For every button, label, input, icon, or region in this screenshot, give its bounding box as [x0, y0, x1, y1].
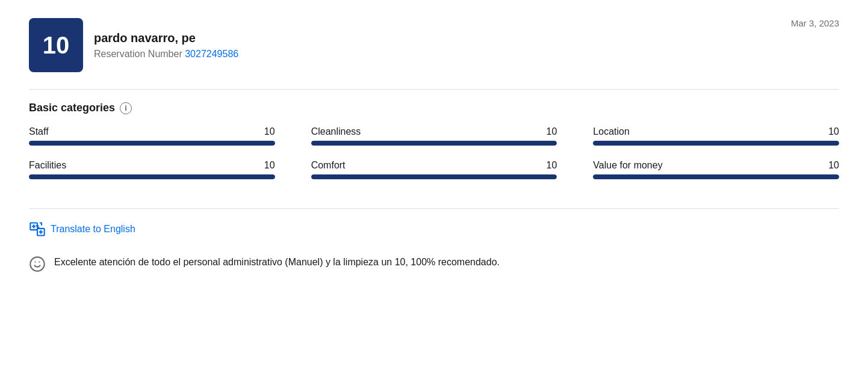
- categories-grid: Staff 10 Cleanliness 10: [29, 126, 839, 194]
- categories-title: Basic categories i: [29, 102, 839, 114]
- category-value-label: Value for money: [593, 160, 662, 171]
- reviewer-name: pardo navarro, pe: [94, 31, 238, 45]
- category-facilities-bar-fill: [29, 174, 275, 179]
- category-comfort-score: 10: [547, 160, 557, 171]
- category-comfort-bar-bg: [311, 174, 557, 179]
- category-facilities-bar-bg: [29, 174, 275, 179]
- category-location-bar-fill: [593, 141, 839, 146]
- category-cleanliness: Cleanliness 10: [311, 126, 557, 146]
- score-value: 10: [43, 32, 70, 59]
- reservation-line: Reservation Number 3027249586: [94, 49, 238, 60]
- translate-label: Translate to English: [51, 224, 135, 235]
- reservation-label: Reservation Number: [94, 49, 182, 59]
- category-facilities-row: Facilities 10: [29, 160, 275, 171]
- category-staff-row: Staff 10: [29, 126, 275, 137]
- category-location-row: Location 10: [593, 126, 839, 137]
- categories-title-text: Basic categories: [29, 102, 115, 114]
- categories-section: Basic categories i Staff 10 Cleanliness …: [29, 102, 839, 194]
- category-value: Value for money 10: [593, 160, 839, 179]
- review-comment: Excelente atención de todo el personal a…: [29, 254, 839, 272]
- category-comfort-bar-fill: [311, 174, 557, 179]
- category-comfort-label: Comfort: [311, 160, 346, 171]
- reviewer-info: pardo navarro, pe Reservation Number 302…: [94, 31, 238, 60]
- divider-top: [29, 89, 839, 90]
- category-location-bar-bg: [593, 141, 839, 146]
- score-badge: 10: [29, 18, 83, 72]
- category-staff: Staff 10: [29, 126, 275, 146]
- category-cleanliness-label: Cleanliness: [311, 126, 361, 137]
- category-staff-bar-fill: [29, 141, 275, 146]
- review-header: 10 pardo navarro, pe Reservation Number …: [29, 18, 839, 72]
- category-location-label: Location: [593, 126, 630, 137]
- category-cleanliness-score: 10: [547, 126, 557, 137]
- review-card: 10 pardo navarro, pe Reservation Number …: [29, 18, 839, 272]
- translate-button[interactable]: Translate to English: [29, 221, 135, 238]
- reviewer-left: 10 pardo navarro, pe Reservation Number …: [29, 18, 238, 72]
- category-location-score: 10: [828, 126, 839, 137]
- category-cleanliness-bar-fill: [311, 141, 557, 146]
- category-value-score: 10: [828, 160, 839, 171]
- reservation-number: 3027249586: [185, 49, 238, 59]
- category-value-bar-fill: [593, 174, 839, 179]
- comment-text: Excelente atención de todo el personal a…: [54, 254, 500, 270]
- info-icon[interactable]: i: [120, 102, 132, 114]
- category-location: Location 10: [593, 126, 839, 146]
- translate-section: Translate to English: [29, 221, 839, 240]
- category-staff-bar-bg: [29, 141, 275, 146]
- svg-point-2: [30, 257, 44, 271]
- category-facilities-label: Facilities: [29, 160, 66, 171]
- category-value-row: Value for money 10: [593, 160, 839, 171]
- translate-icon: [29, 221, 46, 238]
- category-staff-score: 10: [264, 126, 275, 137]
- category-cleanliness-row: Cleanliness 10: [311, 126, 557, 137]
- divider-bottom: [29, 208, 839, 209]
- category-value-bar-bg: [593, 174, 839, 179]
- category-cleanliness-bar-bg: [311, 141, 557, 146]
- smiley-icon: [29, 256, 46, 272]
- review-date: Mar 3, 2023: [791, 18, 839, 28]
- category-comfort: Comfort 10: [311, 160, 557, 179]
- category-facilities-score: 10: [264, 160, 275, 171]
- category-facilities: Facilities 10: [29, 160, 275, 179]
- category-staff-label: Staff: [29, 126, 49, 137]
- category-comfort-row: Comfort 10: [311, 160, 557, 171]
